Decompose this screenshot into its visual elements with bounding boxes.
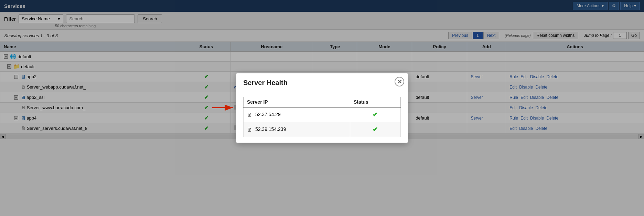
modal-header: Server Health ✕	[236, 73, 408, 91]
server-status-check: ✔	[373, 111, 378, 118]
modal-table-row: 🖹 52.39.154.239 ✔	[244, 122, 401, 137]
col-server-ip: Server IP	[244, 97, 350, 107]
server-status-check: ✔	[373, 126, 378, 133]
modal-table-header: Server IP Status	[244, 97, 401, 107]
modal-overlay: Server Health ✕ Server IP Status 🖹 52.37…	[0, 0, 644, 139]
modal-body: Server IP Status 🖹 52.37.54.29 ✔ 🖹 52.39…	[236, 91, 408, 139]
server-ip: 52.37.54.29	[255, 112, 281, 117]
server-health-modal: Server Health ✕ Server IP Status 🖹 52.37…	[236, 73, 408, 139]
server-health-table: Server IP Status 🖹 52.37.54.29 ✔ 🖹 52.39…	[243, 97, 401, 137]
arrow-indicator	[212, 102, 236, 113]
col-status: Status	[350, 97, 400, 107]
server-row-icon: 🖹	[247, 112, 252, 118]
server-row-icon: 🖹	[247, 127, 252, 133]
modal-close-button[interactable]: ✕	[395, 77, 404, 86]
modal-title: Server Health	[243, 79, 288, 86]
modal-table-row: 🖹 52.37.54.29 ✔	[244, 107, 401, 122]
server-ip: 52.39.154.239	[255, 126, 286, 132]
